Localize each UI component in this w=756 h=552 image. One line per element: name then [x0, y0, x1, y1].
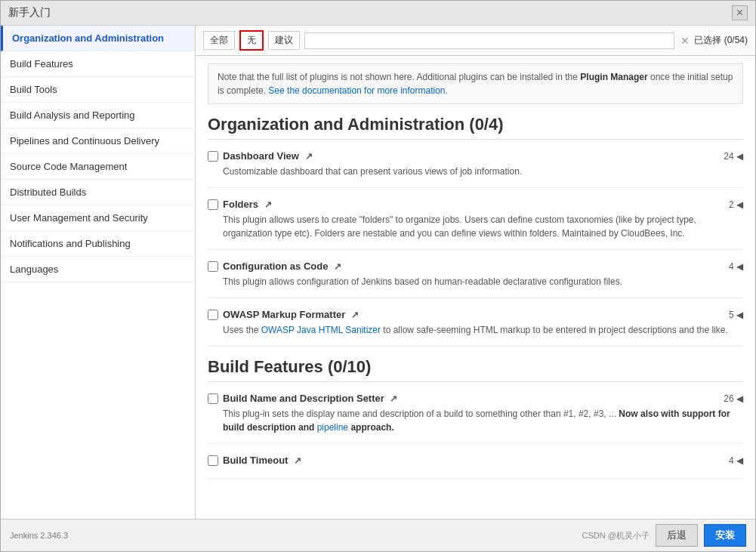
plugin-desc-2: This plugin allows configuration of Jenk…	[223, 275, 743, 288]
window-title: 新手入门	[8, 6, 51, 20]
sidebar-item-8[interactable]: Notifications and Publishing	[1, 231, 195, 257]
plugin-name-0: Dashboard View ↗	[223, 150, 313, 162]
sidebar-item-3[interactable]: Build Analysis and Reporting	[1, 103, 195, 128]
section-heading-build-features: Build Features (0/10)	[208, 357, 743, 382]
sidebar-item-2[interactable]: Build Tools	[1, 77, 195, 103]
install-button[interactable]: 安装	[704, 524, 746, 547]
plugin-name-2: Configuration as Code ↗	[223, 261, 341, 272]
plugin-desc-bold: approach.	[348, 422, 394, 433]
plugin-item-0: Dashboard View ↗24 ◀Customizable dashboa…	[208, 150, 743, 188]
plugin-item-0: Build Name and Description Setter ↗26 ◀T…	[208, 393, 743, 444]
plugin-checkbox-2[interactable]	[208, 261, 218, 272]
attribution-label: CSDN @机灵小子	[582, 530, 650, 541]
plugin-header-1: Folders ↗2 ◀	[208, 199, 743, 210]
plugin-checkbox-1[interactable]	[208, 455, 218, 466]
plugin-link-1[interactable]: ↗	[294, 455, 301, 466]
filter-all-button[interactable]: 全部	[203, 31, 235, 50]
plugin-item-2: Configuration as Code ↗4 ◀This plugin al…	[208, 261, 743, 298]
bottom-actions: CSDN @机灵小子 后退 安装	[582, 524, 746, 547]
scroll-area: Note that the full list of plugins is no…	[196, 56, 755, 519]
plugin-header-left-1: Folders ↗	[208, 199, 272, 210]
sidebar-item-4[interactable]: Pipelines and Continuous Delivery	[1, 128, 195, 154]
sidebar-item-6[interactable]: Distributed Builds	[1, 180, 195, 205]
plugin-header-0: Dashboard View ↗24 ◀	[208, 150, 743, 162]
plugin-header-1: Build Timeout ↗4 ◀	[208, 455, 743, 466]
plugin-link-3[interactable]: ↗	[351, 310, 359, 320]
plugin-desc-link[interactable]: pipeline	[317, 422, 348, 433]
plugin-checkbox-0[interactable]	[208, 151, 218, 162]
plugin-item-1: Build Timeout ↗4 ◀	[208, 455, 743, 479]
plugin-desc-0: Customizable dashboard that can present …	[223, 165, 743, 178]
content-area: 全部 无 建议 ✕ 已选择 (0/54) Note that the full …	[196, 26, 755, 519]
main-window: 新手入门 × Organization and AdministrationBu…	[0, 0, 756, 552]
plugin-desc-bold: Now also with support for build descript…	[223, 409, 730, 433]
main-content: Organization and AdministrationBuild Fea…	[1, 26, 755, 519]
sidebar-item-1[interactable]: Build Features	[1, 51, 195, 77]
plugin-link-2[interactable]: ↗	[334, 261, 341, 272]
plugin-header-left-1: Build Timeout ↗	[208, 455, 301, 466]
plugin-header-0: Build Name and Description Setter ↗26 ◀	[208, 393, 743, 404]
plugin-link-0[interactable]: ↗	[305, 151, 313, 162]
sidebar: Organization and AdministrationBuild Fea…	[1, 26, 196, 519]
selected-count: 已选择 (0/54)	[694, 34, 748, 47]
plugin-desc-link[interactable]: OWASP Java HTML Sanitizer	[261, 325, 381, 335]
plugin-manager-link[interactable]: Plugin Manager	[580, 72, 647, 82]
sidebar-item-0[interactable]: Organization and Administration	[1, 26, 195, 51]
info-text: Note that the full list of plugins is no…	[218, 72, 580, 82]
docs-link[interactable]: See the documentation for more informati…	[268, 85, 447, 96]
plugin-checkbox-3[interactable]	[208, 310, 218, 320]
plugin-header-left-0: Build Name and Description Setter ↗	[208, 393, 397, 404]
sections-container: Organization and Administration (0/4)Das…	[208, 115, 743, 479]
plugin-name-0: Build Name and Description Setter ↗	[223, 393, 397, 404]
filter-bar: 全部 无 建议 ✕ 已选择 (0/54)	[196, 26, 755, 56]
close-button[interactable]: ×	[732, 5, 748, 20]
sidebar-item-7[interactable]: User Management and Security	[1, 205, 195, 231]
section-heading-org-admin: Organization and Administration (0/4)	[208, 115, 743, 140]
plugin-count-1: 4 ◀	[729, 455, 743, 466]
plugin-header-left-0: Dashboard View ↗	[208, 150, 313, 162]
plugin-item-3: OWASP Markup Formatter ↗5 ◀Uses the OWAS…	[208, 309, 743, 347]
plugin-header-left-2: Configuration as Code ↗	[208, 261, 341, 272]
plugin-count-0: 24 ◀	[724, 151, 743, 162]
plugin-desc-3: Uses the OWASP Java HTML Sanitizer to al…	[223, 323, 743, 337]
plugin-name-3: OWASP Markup Formatter ↗	[223, 309, 359, 320]
plugin-checkbox-0[interactable]	[208, 393, 218, 404]
plugin-item-1: Folders ↗2 ◀This plugin allows users to …	[208, 199, 743, 250]
back-button[interactable]: 后退	[656, 524, 698, 547]
search-input[interactable]	[304, 32, 674, 49]
sidebar-item-9[interactable]: Languages	[1, 257, 195, 282]
plugin-count-2: 4 ◀	[729, 261, 743, 272]
plugin-checkbox-1[interactable]	[208, 199, 218, 210]
title-bar: 新手入门 ×	[1, 1, 755, 26]
filter-suggest-button[interactable]: 建议	[268, 31, 300, 50]
plugin-header-2: Configuration as Code ↗4 ◀	[208, 261, 743, 272]
plugin-desc-0: This plug-in sets the display name and d…	[223, 407, 743, 434]
plugin-name-1: Build Timeout ↗	[223, 455, 301, 466]
plugin-link-0[interactable]: ↗	[390, 393, 397, 404]
plugin-link-1[interactable]: ↗	[264, 199, 272, 210]
search-clear-button[interactable]: ✕	[680, 35, 690, 47]
info-note: Note that the full list of plugins is no…	[208, 63, 743, 104]
filter-none-button[interactable]: 无	[239, 30, 264, 51]
plugin-desc-1: This plugin allows users to create "fold…	[223, 213, 743, 240]
plugin-header-left-3: OWASP Markup Formatter ↗	[208, 309, 359, 320]
version-label: Jenkins 2.346.3	[10, 531, 68, 540]
plugin-header-3: OWASP Markup Formatter ↗5 ◀	[208, 309, 743, 320]
bottom-bar: Jenkins 2.346.3 CSDN @机灵小子 后退 安装	[1, 519, 755, 551]
sidebar-item-5[interactable]: Source Code Management	[1, 154, 195, 180]
plugin-name-1: Folders ↗	[223, 199, 272, 210]
plugin-count-1: 2 ◀	[729, 199, 743, 210]
plugin-count-0: 26 ◀	[724, 393, 743, 404]
plugin-count-3: 5 ◀	[729, 310, 743, 320]
